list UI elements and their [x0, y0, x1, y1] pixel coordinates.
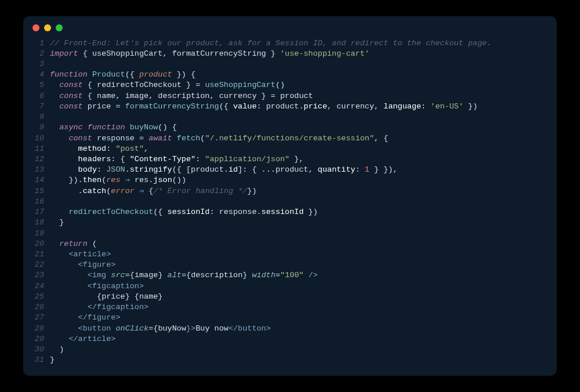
line-content[interactable]: } [50, 217, 546, 228]
line-content[interactable]: <img src={image} alt={description} width… [50, 270, 546, 281]
line-number: 26 [34, 302, 50, 313]
titlebar [23, 24, 557, 38]
line-content[interactable]: import { useShoppingCart, formatCurrency… [50, 49, 546, 59]
line-number: 30 [34, 344, 50, 355]
line-content[interactable]: body: JSON.stringify({ [product.id]: { .… [50, 165, 546, 175]
code-line[interactable]: 11 method: "post", [34, 144, 546, 154]
line-content[interactable]: <button onClick={buyNow}>Buy now</button… [50, 324, 546, 334]
line-content[interactable]: const price = formatCurrencyString({ val… [50, 101, 546, 112]
line-content[interactable]: const { redirectToCheckout } = useShoppi… [50, 80, 546, 90]
line-content[interactable]: ) [50, 344, 546, 355]
code-line[interactable]: 15 .catch(error ⇒ {/* Error handling */}… [34, 186, 546, 197]
line-number: 12 [34, 154, 50, 165]
code-line[interactable]: 14 }).then(res ⇒ res.json()) [34, 175, 546, 186]
line-content[interactable]: } [50, 355, 546, 365]
line-number: 5 [34, 80, 50, 90]
close-icon[interactable] [32, 24, 39, 31]
line-content[interactable]: <figcaption> [50, 281, 546, 292]
line-number: 23 [34, 270, 50, 281]
code-line[interactable]: 16 [34, 197, 546, 207]
code-line[interactable]: 21 <article> [34, 249, 546, 260]
line-content[interactable]: </figcaption> [50, 302, 546, 313]
code-line[interactable]: 17 redirectToCheckout({ sessionId: respo… [34, 207, 546, 217]
code-line[interactable]: 1// Front-End: Let's pick our product, a… [34, 38, 546, 49]
line-number: 16 [34, 197, 50, 207]
code-window: 1// Front-End: Let's pick our product, a… [23, 16, 557, 376]
code-line[interactable]: 27 </figure> [34, 313, 546, 323]
line-number: 28 [34, 324, 50, 334]
code-line[interactable]: 25 {price} {name} [34, 292, 546, 302]
code-line[interactable]: 6 const { name, image, description, curr… [34, 91, 546, 101]
line-number: 18 [34, 217, 50, 228]
minimize-icon[interactable] [44, 24, 51, 31]
line-number: 25 [34, 292, 50, 302]
line-content[interactable]: const { name, image, description, curren… [50, 91, 546, 101]
line-content[interactable]: async function buyNow() { [50, 122, 546, 133]
line-number: 17 [34, 207, 50, 217]
line-content[interactable] [50, 197, 546, 207]
line-number: 6 [34, 91, 50, 101]
line-content[interactable]: <article> [50, 249, 546, 260]
line-number: 3 [34, 59, 50, 70]
line-content[interactable]: method: "post", [50, 144, 546, 154]
line-content[interactable]: return ( [50, 239, 546, 249]
line-number: 27 [34, 313, 50, 323]
line-number: 2 [34, 49, 50, 59]
code-editor[interactable]: 1// Front-End: Let's pick our product, a… [23, 38, 557, 366]
code-line[interactable]: 2import { useShoppingCart, formatCurrenc… [34, 49, 546, 59]
code-line[interactable]: 7 const price = formatCurrencyString({ v… [34, 101, 546, 112]
line-number: 29 [34, 334, 50, 344]
code-line[interactable]: 18 } [34, 217, 546, 228]
line-number: 9 [34, 122, 50, 133]
code-line[interactable]: 30 ) [34, 344, 546, 355]
code-line[interactable]: 23 <img src={image} alt={description} wi… [34, 270, 546, 281]
code-line[interactable]: 31} [34, 355, 546, 365]
line-content[interactable]: .catch(error ⇒ {/* Error handling */}) [50, 186, 546, 197]
line-number: 22 [34, 260, 50, 270]
line-number: 15 [34, 186, 50, 197]
code-line[interactable]: 3 [34, 59, 546, 70]
line-number: 19 [34, 228, 50, 239]
line-number: 13 [34, 165, 50, 175]
line-content[interactable]: headers: { "Content-Type": "application/… [50, 154, 546, 165]
code-line[interactable]: 20 return ( [34, 239, 546, 249]
line-number: 7 [34, 101, 50, 112]
code-line[interactable]: 5 const { redirectToCheckout } = useShop… [34, 80, 546, 90]
line-content[interactable] [50, 228, 546, 239]
code-line[interactable]: 24 <figcaption> [34, 281, 546, 292]
line-number: 11 [34, 144, 50, 154]
line-content[interactable] [50, 59, 546, 70]
zoom-icon[interactable] [56, 24, 63, 31]
line-number: 4 [34, 70, 50, 80]
line-content[interactable] [50, 112, 546, 122]
code-line[interactable]: 19 [34, 228, 546, 239]
code-line[interactable]: 8 [34, 112, 546, 122]
code-line[interactable]: 12 headers: { "Content-Type": "applicati… [34, 154, 546, 165]
line-content[interactable]: // Front-End: Let's pick our product, as… [50, 38, 546, 49]
code-line[interactable]: 13 body: JSON.stringify({ [product.id]: … [34, 165, 546, 175]
line-number: 14 [34, 175, 50, 186]
line-number: 8 [34, 112, 50, 122]
line-content[interactable]: redirectToCheckout({ sessionId: response… [50, 207, 546, 217]
code-line[interactable]: 26 </figcaption> [34, 302, 546, 313]
code-line[interactable]: 29 </article> [34, 334, 546, 344]
line-content[interactable]: </figure> [50, 313, 546, 323]
line-number: 10 [34, 133, 50, 144]
line-number: 21 [34, 249, 50, 260]
code-line[interactable]: 22 <figure> [34, 260, 546, 270]
line-content[interactable]: </article> [50, 334, 546, 344]
line-content[interactable]: {price} {name} [50, 292, 546, 302]
line-content[interactable]: const response = await fetch("/.netlify/… [50, 133, 546, 144]
code-line[interactable]: 10 const response = await fetch("/.netli… [34, 133, 546, 144]
line-number: 24 [34, 281, 50, 292]
line-content[interactable]: }).then(res ⇒ res.json()) [50, 175, 546, 186]
line-content[interactable]: function Product({ product }) { [50, 70, 546, 80]
line-number: 1 [34, 38, 50, 49]
code-line[interactable]: 28 <button onClick={buyNow}>Buy now</but… [34, 324, 546, 334]
line-number: 20 [34, 239, 50, 249]
code-line[interactable]: 4function Product({ product }) { [34, 70, 546, 80]
line-content[interactable]: <figure> [50, 260, 546, 270]
line-number: 31 [34, 355, 50, 365]
code-line[interactable]: 9 async function buyNow() { [34, 122, 546, 133]
